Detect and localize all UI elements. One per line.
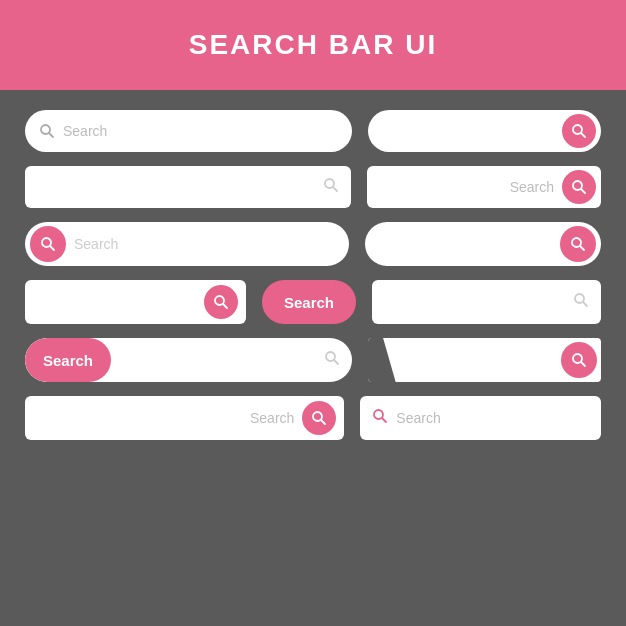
search-bar-13[interactable]: Search — [360, 396, 601, 440]
search-icon — [323, 177, 339, 197]
pink-label[interactable]: Search — [25, 338, 111, 382]
row-4: Search — [25, 280, 601, 324]
row-3: Search — [25, 222, 601, 266]
search-label: Search — [43, 352, 93, 369]
search-bar-10[interactable]: Search — [25, 338, 352, 382]
search-bar-3[interactable] — [25, 166, 351, 208]
svg-line-23 — [382, 418, 386, 422]
search-icon — [573, 292, 589, 312]
search-placeholder: Search — [381, 179, 562, 195]
search-icon — [39, 123, 55, 139]
search-bar-1[interactable]: Search — [25, 110, 352, 152]
search-placeholder: Search — [33, 410, 302, 426]
svg-line-21 — [321, 420, 325, 424]
row-6: Search Search — [25, 396, 601, 440]
svg-line-17 — [334, 360, 338, 364]
svg-line-15 — [583, 302, 587, 306]
search-button[interactable] — [562, 114, 596, 148]
search-icon — [324, 350, 340, 370]
search-button[interactable] — [302, 401, 336, 435]
svg-line-13 — [223, 304, 227, 308]
search-button-label[interactable]: Search — [262, 280, 356, 324]
search-bar-5[interactable]: Search — [25, 222, 349, 266]
search-button[interactable] — [562, 170, 596, 204]
search-button[interactable] — [560, 226, 596, 262]
search-icon — [372, 408, 388, 428]
row-1: Search — [25, 110, 601, 152]
search-placeholder: Search — [396, 410, 440, 426]
search-button[interactable] — [30, 226, 66, 262]
svg-line-9 — [50, 246, 54, 250]
row-2: Search — [25, 166, 601, 208]
row-5: Search — [25, 338, 601, 382]
search-bar-7[interactable] — [25, 280, 246, 324]
main-content: Search — [0, 90, 626, 626]
search-bar-6[interactable] — [365, 222, 602, 266]
svg-line-11 — [580, 246, 584, 250]
header: SEARCH BAR UI — [0, 0, 626, 90]
svg-line-3 — [581, 133, 585, 137]
page-title: SEARCH BAR UI — [189, 29, 437, 61]
svg-line-5 — [333, 187, 337, 191]
search-bar-12[interactable]: Search — [25, 396, 344, 440]
search-bar-11[interactable] — [368, 338, 601, 382]
search-placeholder: Search — [63, 123, 107, 139]
search-button[interactable] — [561, 342, 597, 378]
search-bar-4[interactable]: Search — [367, 166, 601, 208]
svg-line-19 — [581, 362, 585, 366]
search-bar-9[interactable] — [372, 280, 601, 324]
search-button[interactable] — [204, 285, 238, 319]
svg-line-7 — [581, 189, 585, 193]
search-label: Search — [284, 294, 334, 311]
app-container: SEARCH BAR UI Search — [0, 0, 626, 626]
search-placeholder: Search — [74, 236, 335, 252]
svg-line-1 — [49, 133, 53, 137]
search-bar-2[interactable] — [368, 110, 601, 152]
slant-decoration — [368, 338, 396, 382]
